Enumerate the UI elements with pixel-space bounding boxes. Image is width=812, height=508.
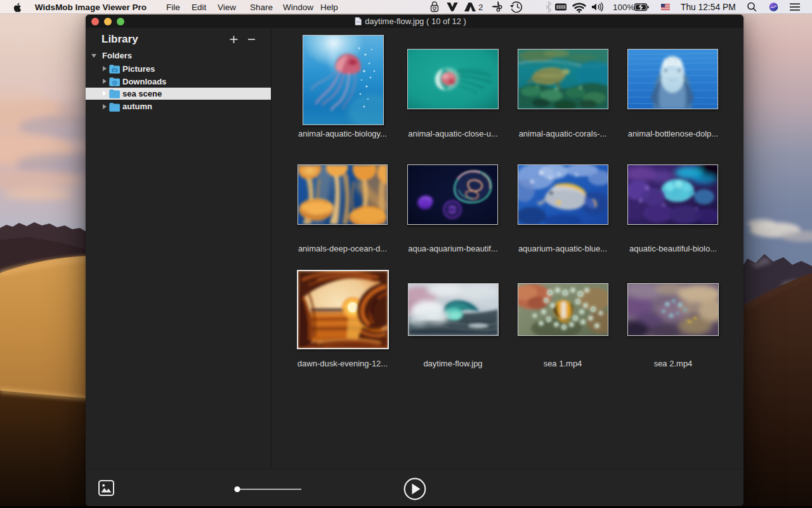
svg-text:100%: 100%: [613, 3, 635, 12]
svg-text:Thu 12:54 PM: Thu 12:54 PM: [681, 3, 736, 12]
svg-text:2: 2: [478, 3, 483, 12]
